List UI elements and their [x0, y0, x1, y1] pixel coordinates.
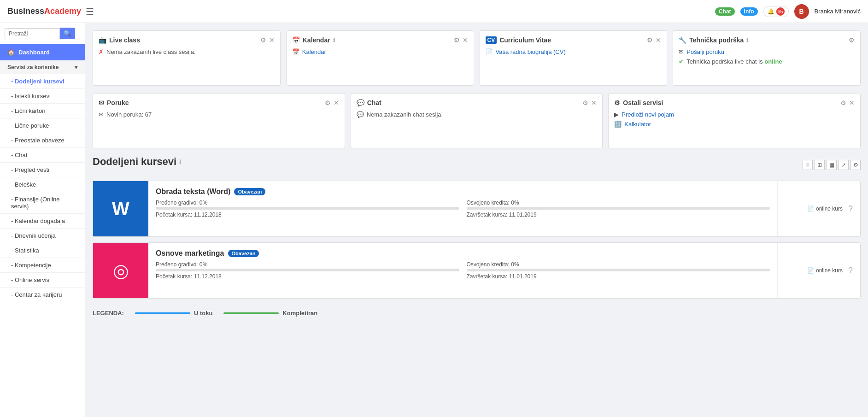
close-icon[interactable]: [269, 36, 275, 44]
sidebar-item-pregled-vesti[interactable]: - Pregled vesti: [0, 163, 85, 177]
widget-live-class-title: 📺 Live class: [99, 36, 140, 44]
avatar[interactable]: B: [794, 4, 809, 19]
help-icon-marketing[interactable]: ?: [848, 266, 853, 276]
settings-view-icon[interactable]: ⚙: [850, 160, 861, 170]
legend-u-toku-label: U toku: [194, 310, 212, 317]
info-badge[interactable]: Info: [740, 7, 758, 16]
sidebar-item-centar-za-karijeru[interactable]: - Centar za karijeru: [0, 288, 85, 302]
view-icons: ≡ ⊞ ▦ ↗ ⚙: [803, 160, 861, 170]
sidebar-item-preostale-obaveze[interactable]: - Preostale obaveze: [0, 133, 85, 148]
predlozi-link[interactable]: Predloži novi pojam: [622, 111, 674, 118]
widget-cv-title: CV Curriculum Vitae: [486, 36, 551, 44]
forward-icon: ▶: [614, 111, 619, 118]
widget-tehnicka-podrska-title: 🔧 Tehnička podrška ℹ: [679, 36, 748, 44]
export-icon[interactable]: ↗: [839, 160, 849, 170]
online-status: online: [764, 58, 782, 65]
gear-icon[interactable]: [849, 36, 855, 44]
sidebar-item-licne-poruke[interactable]: - Lične poruke: [0, 118, 85, 133]
search-button[interactable]: 🔍: [60, 28, 75, 39]
close-icon[interactable]: [656, 36, 661, 44]
widget-kalendar-title: 📅 Kalendar ℹ: [292, 36, 335, 44]
search-input[interactable]: [5, 28, 60, 39]
sidebar-item-online-servis[interactable]: - Online servis: [0, 273, 85, 288]
sidebar-item-dodeljeni-kursevi[interactable]: - Dodeljeni kursevi: [0, 74, 85, 89]
info-icon[interactable]: ℹ: [333, 37, 335, 43]
widget-chat-header: 💬 Chat: [357, 99, 597, 106]
kalkulator-icon: 🔢: [614, 121, 622, 128]
sidebar-items-list: - Dodeljeni kursevi - Istekli kursevi - …: [0, 74, 85, 302]
help-icon-word[interactable]: ?: [848, 204, 853, 214]
course-title-row-word: Obrada teksta (Word) Obavezan: [156, 188, 770, 196]
hamburger-icon[interactable]: ☰: [86, 6, 94, 17]
chat-badge[interactable]: Chat: [715, 7, 735, 16]
widget-chat: 💬 Chat 💬 Nema zakazanih chat sesija.: [351, 93, 603, 148]
list-view-icon[interactable]: ≡: [803, 160, 813, 170]
zavrsetak-word: Završetak kursa: 11.01.2019: [467, 211, 770, 218]
gear-icon[interactable]: [325, 99, 331, 106]
widget-chat-controls: [582, 99, 597, 106]
course-title-marketing: Osnove marketinga: [156, 249, 224, 258]
online-kurs-label-word: online kurs: [816, 206, 843, 212]
kalendar-link[interactable]: Kalendar: [302, 48, 326, 55]
osvojeno-label-word: Osvojeno kredita: 0%: [467, 200, 770, 210]
close-icon[interactable]: [849, 99, 855, 106]
sidebar-item-istekli-kursevi[interactable]: - Istekli kursevi: [0, 89, 85, 104]
grid-view-icon[interactable]: ⊞: [815, 160, 825, 170]
widget-grid-row1: 📺 Live class ✗ Nema zakazanih live class…: [93, 30, 861, 86]
dodeljeni-title-text: Dodeljeni kursevi: [93, 156, 176, 168]
widget-ostali-servisi-body: ▶ Predloži novi pojam 🔢 Kalkulator: [614, 111, 855, 128]
course-thumb-marketing: ◎: [93, 243, 148, 298]
osvojeno-label-marketing: Osvojeno kredita: 0%: [467, 261, 770, 271]
cv-link[interactable]: Vaša radna biografija (CV): [496, 48, 566, 55]
course-title-row-marketing: Osnove marketinga Obavezan: [156, 249, 770, 258]
gear-icon[interactable]: [454, 36, 460, 44]
close-icon[interactable]: [591, 99, 597, 106]
table-view-icon[interactable]: ▦: [827, 160, 837, 170]
legend-line-blue: [135, 312, 190, 314]
legend-label: LEGENDA:: [93, 310, 124, 317]
close-icon[interactable]: [334, 99, 339, 106]
posalji-poruku-link[interactable]: Pošalji poruku: [686, 48, 724, 55]
logo-bold: Business: [7, 6, 44, 16]
gear-icon[interactable]: [647, 36, 653, 44]
notification-badge[interactable]: 🔔 65: [763, 6, 789, 17]
calendar-small-icon: 📅: [292, 48, 299, 55]
legend-item-kompletiran: Kompletiran: [223, 310, 317, 317]
predeno-text-marketing: Pređeno gradivo: 0%: [156, 261, 459, 268]
sidebar-item-kalendar-dogadjaja[interactable]: - Kalendar događaja: [0, 214, 85, 229]
widget-ostali-servisi: ⚙ Ostali servisi ▶ Predloži novi pojam 🔢: [608, 93, 861, 148]
sidebar-item-finansije[interactable]: - Finansije (Online servis): [0, 192, 85, 214]
live-class-message: Nema zakazanih live class sesija.: [106, 48, 196, 55]
legend-item-u-toku: U toku: [135, 310, 212, 317]
course-card-word: W Obrada teksta (Word) Obavezan Pređeno …: [93, 181, 861, 237]
widget-poruke-label: Poruke: [107, 99, 129, 106]
sidebar-item-licni-karton[interactable]: - Lični karton: [0, 104, 85, 118]
chevron-icon: ▾: [75, 64, 77, 70]
gear-icon[interactable]: [582, 99, 588, 106]
sidebar-dashboard[interactable]: 🏠 Dashboard: [0, 44, 85, 60]
course-actions-word: 📄 online kurs ?: [777, 181, 860, 236]
widget-ostali-servisi-title: ⚙ Ostali servisi: [614, 99, 663, 106]
widget-cv-body: 📄 Vaša radna biografija (CV): [486, 48, 662, 55]
sidebar-item-chat[interactable]: - Chat: [0, 148, 85, 163]
predeno-progress-word: [156, 207, 459, 210]
close-icon[interactable]: [463, 36, 468, 44]
section-dodeljeni-title: Dodeljeni kursevi ℹ: [93, 156, 181, 168]
sidebar-item-kompetencije[interactable]: - Kompetencije: [0, 258, 85, 273]
kalkulator-link[interactable]: Kalkulator: [624, 121, 651, 128]
sidebar-item-dnevnik-ucenja[interactable]: - Dnevnik učenja: [0, 229, 85, 243]
course-thumb-word: W: [93, 181, 148, 236]
logo-area: BusinessAcademy ☰: [7, 6, 94, 17]
sidebar-section-header[interactable]: Servisi za korisnike ▾: [0, 60, 85, 74]
ostali-gear-icon: ⚙: [614, 99, 620, 106]
novih-poruka: Novih poruka: 67: [106, 111, 152, 118]
sidebar-item-statistika[interactable]: - Statistika: [0, 243, 85, 258]
widget-cv-label: Curriculum Vitae: [499, 36, 551, 44]
gear-icon[interactable]: [840, 99, 846, 106]
widget-chat-body: 💬 Nema zakazanih chat sesija.: [357, 111, 597, 118]
info-icon[interactable]: ℹ: [179, 159, 181, 165]
gear-icon[interactable]: [260, 36, 266, 44]
info-icon[interactable]: ℹ: [746, 37, 748, 43]
sidebar: 🔍 🏠 Dashboard Servisi za korisnike ▾ - D…: [0, 23, 85, 417]
sidebar-item-beleske[interactable]: - Beleške: [0, 177, 85, 192]
